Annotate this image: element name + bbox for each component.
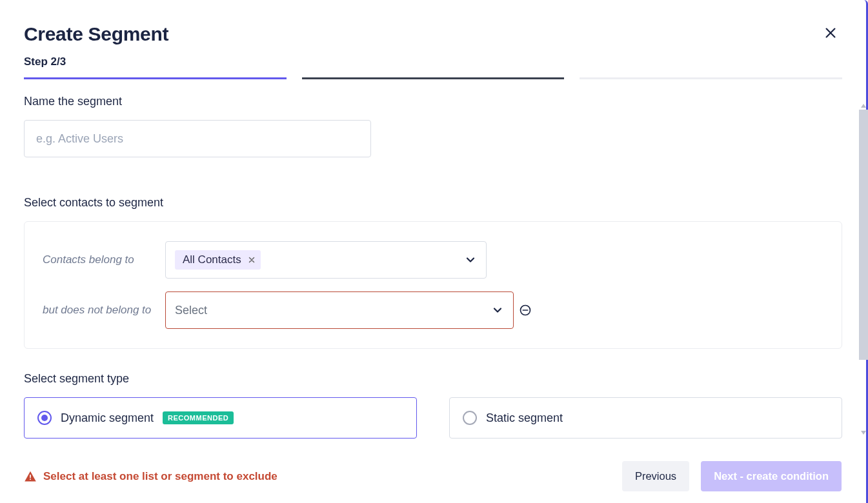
remove-exclude-button[interactable] bbox=[519, 304, 532, 317]
scroll-down-arrow[interactable] bbox=[860, 427, 867, 433]
radio-dynamic[interactable] bbox=[37, 411, 52, 425]
warning-icon bbox=[24, 470, 37, 483]
exclude-select[interactable]: Select bbox=[165, 291, 514, 329]
svg-rect-2 bbox=[30, 475, 31, 478]
include-select[interactable]: All Contacts bbox=[165, 241, 487, 279]
include-row-label: Contacts belong to bbox=[43, 253, 165, 266]
modal-content: Name the segment Select contacts to segm… bbox=[0, 79, 866, 449]
footer-actions: Previous Next - create condition bbox=[622, 461, 842, 491]
modal-header: Create Segment bbox=[0, 0, 866, 52]
recommended-badge: RECOMMENDED bbox=[163, 411, 234, 424]
name-section-label: Name the segment bbox=[24, 95, 842, 108]
close-button[interactable] bbox=[821, 23, 840, 43]
next-button[interactable]: Next - create condition bbox=[701, 461, 842, 491]
include-chip: All Contacts bbox=[175, 250, 261, 270]
create-segment-modal: Create Segment Step 2/3 Name the segment… bbox=[0, 0, 868, 503]
include-chip-label: All Contacts bbox=[183, 253, 241, 266]
dynamic-segment-label: Dynamic segment bbox=[61, 411, 154, 425]
radio-static[interactable] bbox=[463, 411, 477, 425]
chevron-down-icon bbox=[491, 304, 504, 317]
page-title: Create Segment bbox=[24, 23, 168, 45]
chevron-down-icon bbox=[464, 253, 477, 266]
chip-remove-button[interactable] bbox=[248, 256, 256, 264]
contacts-selection-box: Contacts belong to All Contacts but does… bbox=[24, 221, 842, 349]
type-section-label: Select segment type bbox=[24, 372, 842, 386]
static-segment-card[interactable]: Static segment bbox=[449, 397, 842, 439]
exclude-placeholder: Select bbox=[175, 304, 207, 317]
scroll-up-arrow[interactable] bbox=[860, 100, 867, 106]
segment-type-row: Dynamic segment RECOMMENDED Static segme… bbox=[24, 397, 842, 439]
exclude-row-label: but does not belong to bbox=[43, 304, 165, 317]
step-indicator: Step 2/3 bbox=[0, 52, 866, 77]
modal-footer: Select at least one list or segment to e… bbox=[0, 449, 866, 503]
segment-name-input[interactable] bbox=[24, 120, 371, 157]
exclude-row: but does not belong to Select bbox=[43, 291, 823, 329]
scrollbar-thumb[interactable] bbox=[859, 110, 868, 360]
svg-rect-3 bbox=[30, 478, 31, 480]
close-icon bbox=[823, 26, 838, 40]
error-message: Select at least one list or segment to e… bbox=[24, 470, 278, 483]
static-segment-label: Static segment bbox=[486, 411, 563, 425]
minus-circle-icon bbox=[519, 304, 532, 317]
dynamic-segment-card[interactable]: Dynamic segment RECOMMENDED bbox=[24, 397, 417, 439]
previous-button[interactable]: Previous bbox=[622, 461, 689, 491]
contacts-section-label: Select contacts to segment bbox=[24, 196, 842, 210]
error-text: Select at least one list or segment to e… bbox=[43, 470, 278, 483]
close-icon bbox=[248, 256, 256, 264]
include-row: Contacts belong to All Contacts bbox=[43, 241, 823, 279]
